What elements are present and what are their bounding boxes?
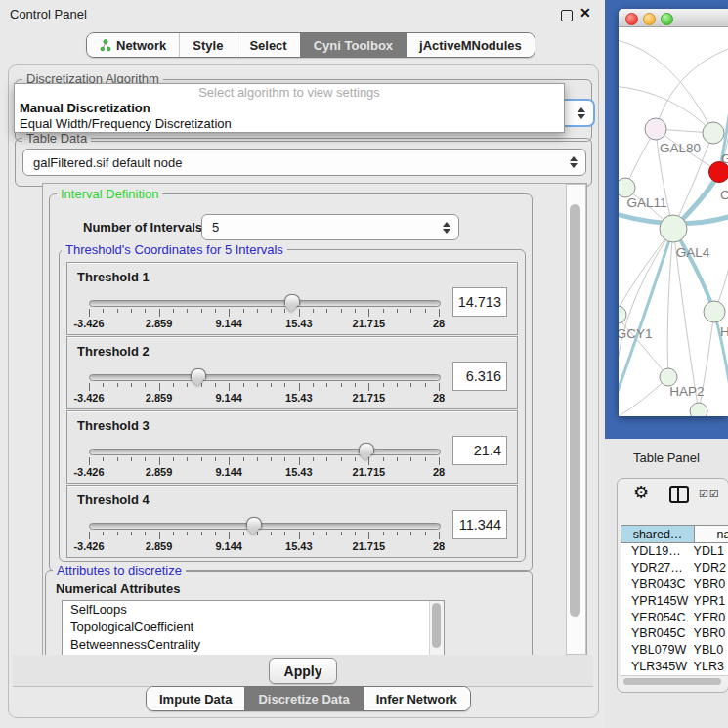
threshold-value-field[interactable]: 6.316: [452, 362, 507, 391]
bottom-tab-impute-data[interactable]: Impute Data: [147, 687, 244, 710]
tab-network[interactable]: Network: [87, 33, 179, 57]
minimize-traffic-light-icon[interactable]: [643, 13, 656, 25]
node-label: H: [720, 324, 728, 339]
slider-track[interactable]: [89, 300, 441, 307]
cell-name: YLR3: [694, 660, 728, 673]
gear-icon[interactable]: ⚙: [633, 482, 649, 503]
combo-arrows-icon: [443, 222, 450, 234]
threshold-label: Threshold 3: [77, 418, 150, 433]
tab-label: jActiveMNodules: [419, 38, 522, 53]
table-row[interactable]: YDR27…YDR2: [621, 560, 728, 577]
table-row[interactable]: YBR045CYBR0: [621, 625, 728, 642]
dropdown-option-manual[interactable]: Manual Discretization: [15, 101, 564, 116]
table-row[interactable]: YDL19…YDL1: [621, 543, 728, 560]
bottom-tab-discretize-data[interactable]: Discretize Data: [244, 687, 362, 710]
settings-vertical-scrollbar[interactable]: [566, 184, 586, 655]
slider-scale-labels: -3.4262.8599.14415.4321.71528: [89, 540, 439, 552]
slider-track[interactable]: [89, 523, 441, 530]
table-row[interactable]: YBL079WYBL0: [621, 642, 728, 659]
cell-shared-name: YDL19…: [621, 544, 694, 558]
node-label: C: [720, 188, 728, 202]
cell-shared-name: YBR043C: [621, 578, 694, 591]
threshold-slider[interactable]: -3.4262.8599.14415.4321.71528: [89, 370, 439, 404]
float-window-icon[interactable]: [561, 10, 573, 21]
slider-ticks: [89, 309, 439, 317]
table-row[interactable]: YBR043CYBR0: [621, 577, 728, 593]
scrollbar-thumb[interactable]: [623, 678, 721, 685]
table-data-combobox[interactable]: galFiltered.sif default node: [22, 149, 586, 176]
tab-label: Infer Network: [376, 692, 457, 707]
network-canvas[interactable]: GAL80 GA C GAL11 GAL4 GCY1 H HAP2: [619, 27, 728, 416]
table-horizontal-scrollbar[interactable]: [621, 675, 728, 687]
combo-arrows-icon: [578, 107, 585, 119]
apply-button[interactable]: Apply: [269, 658, 337, 684]
threshold-slider[interactable]: -3.4262.8599.14415.4321.71528: [89, 519, 439, 552]
tab-cyni-toolbox[interactable]: Cyni Toolbox: [300, 33, 406, 57]
close-icon[interactable]: ✕: [579, 5, 591, 21]
table-row[interactable]: YLR345WYLR3: [621, 659, 728, 675]
attribute-list-item[interactable]: SelfLoops: [63, 601, 444, 619]
dropdown-option-equal-width[interactable]: Equal Width/Frequency Discretization: [15, 116, 564, 132]
interval-groupbox: Number of Intervals 5 Threshold's Coordi…: [49, 193, 533, 572]
attributes-list-scrollbar[interactable]: [429, 601, 444, 655]
threshold-value-field[interactable]: 14.713: [452, 287, 507, 317]
threshold-slider[interactable]: -3.4262.8599.14415.4321.71528: [89, 296, 439, 329]
table-rows[interactable]: YDL19…YDL1YDR27…YDR2YBR043CYBR0YPR145WYP…: [621, 543, 728, 675]
interval-group-label: Interval Definition: [57, 187, 162, 201]
interval-count-combobox[interactable]: 5: [201, 214, 459, 240]
slider-track[interactable]: [89, 449, 441, 455]
threshold-slider[interactable]: -3.4262.8599.14415.4321.71528: [89, 445, 439, 478]
network-graph: GAL80 GA C GAL11 GAL4 GCY1 H HAP2: [619, 27, 728, 416]
slider-ticks: [89, 532, 439, 539]
column-header-name[interactable]: na: [695, 525, 728, 543]
column-header-shared[interactable]: shared…: [621, 525, 695, 543]
cell-name: YBR0: [694, 626, 728, 640]
attribute-list-item[interactable]: TopologicalCoefficient: [63, 619, 444, 636]
cell-name: YBL0: [694, 643, 728, 657]
numerical-attributes-list[interactable]: SelfLoopsTopologicalCoefficientBetweenne…: [62, 600, 445, 656]
algorithm-dropdown-popup: Select algorithm to view settings Manual…: [14, 83, 565, 133]
column-checkbox-icons[interactable]: ☑☑: [699, 488, 720, 500]
slider-ticks: [89, 457, 439, 465]
network-window-titlebar: [619, 9, 728, 27]
zoom-traffic-light-icon[interactable]: [661, 13, 673, 25]
slider-handle[interactable]: [191, 368, 206, 379]
threshold-label: Threshold 2: [77, 344, 150, 359]
tab-label: Impute Data: [159, 692, 232, 707]
node-gcy1[interactable]: [619, 306, 626, 323]
threshold-panel-4: Threshold 4-3.4262.8599.14415.4321.71528…: [66, 485, 518, 558]
slider-scale-labels: -3.4262.8599.14415.4321.71528: [89, 392, 439, 404]
table-row[interactable]: YER054CYER0: [621, 609, 728, 625]
cell-name: YER0: [694, 611, 728, 624]
scrollbar-thumb[interactable]: [570, 204, 580, 617]
slider-handle[interactable]: [284, 294, 300, 305]
slider-handle[interactable]: [359, 443, 374, 453]
node-top-right[interactable]: [703, 122, 724, 144]
tab-style[interactable]: Style: [179, 33, 236, 57]
node-gal4[interactable]: [660, 215, 687, 242]
node-gal11[interactable]: [619, 178, 635, 197]
threshold-value-field[interactable]: 11.344: [452, 510, 507, 539]
tab-label: Cyni Toolbox: [314, 38, 393, 53]
table-row[interactable]: YPR145WYPR1: [621, 592, 728, 609]
tab-select[interactable]: Select: [236, 33, 299, 57]
cell-name: YBR0: [694, 578, 728, 591]
combo-arrows-icon: [570, 156, 578, 168]
node-h[interactable]: [704, 301, 725, 322]
close-traffic-light-icon[interactable]: [625, 13, 638, 25]
attributes-groupbox: Numerical Attributes SelfLoopsTopologica…: [45, 570, 533, 656]
table-header: shared… na: [621, 525, 728, 543]
split-view-icon[interactable]: [669, 486, 689, 503]
threshold-value-field[interactable]: 21.4: [452, 436, 507, 465]
tab-jactivemnodules[interactable]: jActiveMNodules: [406, 33, 535, 57]
node-pink[interactable]: [645, 118, 666, 140]
slider-handle[interactable]: [246, 517, 262, 528]
tab-label: Discretize Data: [258, 692, 349, 707]
table-data-value: galFiltered.sif default node: [23, 155, 182, 170]
settings-scroll-viewport: Interval Definition Number of Intervals …: [42, 183, 587, 656]
threshold-panel-2: Threshold 2-3.4262.8599.14415.4321.71528…: [66, 336, 518, 409]
bottom-tab-infer-network[interactable]: Infer Network: [363, 687, 470, 710]
attribute-list-item[interactable]: BetweennessCentrality: [63, 636, 444, 654]
slider-track[interactable]: [89, 374, 441, 381]
node-bottom[interactable]: [690, 403, 707, 416]
